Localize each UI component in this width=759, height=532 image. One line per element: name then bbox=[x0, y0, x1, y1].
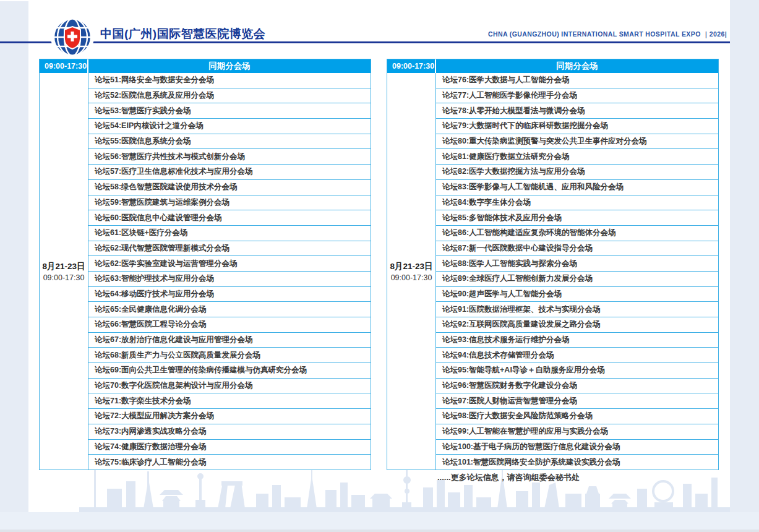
forum-row: 论坛74:健康医疗数据治理分会场 bbox=[88, 440, 371, 455]
bottom-strip bbox=[0, 512, 759, 530]
forum-row: 论坛51:网络安全与数据安全分会场 bbox=[88, 73, 371, 88]
forum-row: 论坛98:医疗大数据安全风险防范策略分会场 bbox=[436, 409, 718, 424]
forum-row: 论坛63:智能护理技术与应用分会场 bbox=[88, 272, 371, 287]
date-time-text: 09:00-17:30 bbox=[43, 273, 85, 282]
forum-row: 论坛53:智慧医疗实践分会场 bbox=[88, 103, 371, 119]
forum-row: 论坛95:智能导航+AI导诊＋自助服务应用分会场 bbox=[436, 363, 718, 379]
forum-row: 论坛87:新一代医院数据中心建设指导分会场 bbox=[436, 241, 718, 257]
date-text: 8月21-23日 bbox=[390, 261, 432, 272]
bottom-edge bbox=[0, 530, 759, 532]
forum-row: 论坛78:从零开始大模型看法与微调分会场 bbox=[436, 103, 718, 119]
forum-row: 论坛70:数字化医院信息架构设计与应用分会场 bbox=[88, 379, 371, 394]
forum-row: 论坛71:数字栾生技术分会场 bbox=[88, 393, 371, 409]
forum-row: 论坛82:医学大数据挖掘方法与应用分会场 bbox=[436, 165, 718, 180]
forum-row: 论坛54:EIP内核设计之道分会场 bbox=[88, 119, 371, 134]
schedule-table-left: 09:00-17:30 同期分会场 8月21-23日 09:00-17:30 论… bbox=[39, 59, 371, 470]
forum-row: 论坛89:全球医疗人工智能创新力发展分会场 bbox=[436, 272, 718, 287]
footer-note: ......更多论坛信息，请咨询组委会秘书处 bbox=[437, 472, 580, 483]
forum-row: 论坛97:医院人财物运营智慧管理分会场 bbox=[436, 393, 718, 409]
session-header-cell: 同期分会场 bbox=[88, 59, 371, 73]
forum-row: 论坛91:医院数据治理框架、技术与实现分会场 bbox=[436, 302, 718, 317]
forum-row: 论坛52:医院信息系统及应用分会场 bbox=[88, 88, 371, 104]
date-time-text: 09:00-17:30 bbox=[391, 273, 432, 282]
forum-row: 论坛96:智慧医院财务数字化建设分会场 bbox=[436, 379, 718, 394]
forum-row: 论坛84:数字孪生体分会场 bbox=[436, 195, 718, 211]
forum-row: 论坛69:面向公共卫生管理的传染病传播建模与仿真研究分会场 bbox=[88, 363, 371, 379]
forum-row: 论坛76:医学大数据与人工智能分会场 bbox=[436, 73, 718, 88]
time-header-cell: 09:00-17:30 bbox=[387, 59, 436, 73]
forum-row: 论坛85:多智能体技术及应用分会场 bbox=[436, 210, 718, 226]
forum-row: 论坛93:信息技术服务运行维护分会场 bbox=[436, 333, 718, 348]
right-band bbox=[730, 0, 759, 532]
page-title-en: CHNA (GUANGZHOU) INTERNATIONAL SMART HOS… bbox=[488, 30, 727, 39]
forum-row: 论坛72:大模型应用解决方案分会场 bbox=[88, 409, 371, 424]
forum-row: 论坛77:人工智能医学影像伦理手分会场 bbox=[436, 88, 718, 104]
forum-row: 论坛55:医院信息系统分会场 bbox=[88, 134, 371, 150]
forum-row: 论坛83:医学影像与人工智能机遇、应用和风险分会场 bbox=[436, 180, 718, 195]
forum-row: 论坛67:放射治疗信息化建设与应用管理分会场 bbox=[88, 333, 371, 348]
forum-row: 论坛59:智慧医院建筑与运维案例分会场 bbox=[88, 195, 371, 211]
table-body: 8月21-23日 09:00-17:30 论坛76:医学大数据与人工智能分会场论… bbox=[387, 73, 718, 470]
forum-row: 论坛66:智慧医院工程导论分会场 bbox=[88, 317, 371, 333]
forum-row: 论坛79:大数据时代下的临床科研数据挖掘分会场 bbox=[436, 119, 718, 134]
table-header-row: 09:00-17:30 同期分会场 bbox=[387, 59, 718, 73]
forum-row: 论坛80:重大传染病监测预警与突发公共卫生事件应对分会场 bbox=[436, 134, 718, 150]
date-text: 8月21-23日 bbox=[42, 261, 85, 272]
left-band bbox=[0, 1, 28, 530]
forum-row: 论坛90:超声医学与人工智能分会场 bbox=[436, 287, 718, 302]
table-header-row: 09:00-17:30 同期分会场 bbox=[40, 59, 371, 73]
table-body: 8月21-23日 09:00-17:30 论坛51:网络安全与数据安全分会场论坛… bbox=[40, 73, 371, 470]
forum-row: 论坛65:全民健康信息化调分会场 bbox=[88, 302, 371, 317]
forum-list: 论坛51:网络安全与数据安全分会场论坛52:医院信息系统及应用分会场论坛53:智… bbox=[88, 73, 371, 470]
forum-row: 论坛88:医学人工智能实践与探索分会场 bbox=[436, 256, 718, 272]
forum-row: 论坛58:绿色智慧医院建设使用技术分会场 bbox=[88, 180, 371, 195]
expo-logo-icon bbox=[51, 15, 94, 59]
date-cell: 8月21-23日 09:00-17:30 bbox=[387, 73, 436, 470]
forum-row: 论坛62:医学实验室建设与运营管理分会场 bbox=[88, 256, 371, 272]
forum-row: 论坛75:临床诊疗人工智能分会场 bbox=[88, 455, 371, 470]
forum-row: 论坛86:人工智能构建适应复杂环境的智能体分会场 bbox=[436, 226, 718, 241]
forum-row: 论坛101:智慧医院网络安全防护系统建设实践分会场 bbox=[436, 455, 718, 470]
session-header-cell: 同期分会场 bbox=[436, 59, 718, 73]
forum-row: 论坛92:互联网医院高质量建设发展之路分会场 bbox=[436, 317, 718, 333]
forum-row: 论坛99:人工智能在智慧护理的应用与实践分会场 bbox=[436, 424, 718, 440]
forum-row: 论坛62:现代智慧医院管理新模式分会场 bbox=[88, 241, 371, 257]
forum-row: 论坛94:信息技术存储管理分会场 bbox=[436, 348, 718, 363]
forum-row: 论坛61:区块链+医疗分会场 bbox=[88, 226, 371, 241]
forum-row: 论坛60:医院信息中心建设管理分会场 bbox=[88, 210, 371, 226]
forum-row: 论坛57:医疗卫生信息标准化技术与应用分会场 bbox=[88, 165, 371, 180]
date-cell: 8月21-23日 09:00-17:30 bbox=[40, 73, 88, 470]
forum-row: 论坛81:健康医疗数据立法研究分会场 bbox=[436, 149, 718, 165]
forum-row: 论坛68:新质生产力与公立医院高质量发展分会场 bbox=[88, 348, 371, 363]
time-header-cell: 09:00-17:30 bbox=[40, 59, 88, 73]
city-skyline bbox=[79, 466, 730, 513]
schedule-table-right: 09:00-17:30 同期分会场 8月21-23日 09:00-17:30 论… bbox=[387, 59, 719, 470]
forum-row: 论坛64:移动医疗技术与应用分会场 bbox=[88, 287, 371, 302]
forum-row: 论坛73:内网渗透实战攻略分会场 bbox=[88, 424, 371, 440]
page-title: 中国(广州)国际智慧医院博览会 bbox=[100, 26, 265, 42]
forum-row: 论坛56:智慧医疗共性技术与模式创新分会场 bbox=[88, 149, 371, 165]
forum-row: 论坛100:基于电子病历的智慧医疗信息化建设分会场 bbox=[436, 440, 718, 455]
forum-list: 论坛76:医学大数据与人工智能分会场论坛77:人工智能医学影像伦理手分会场论坛7… bbox=[436, 73, 718, 470]
